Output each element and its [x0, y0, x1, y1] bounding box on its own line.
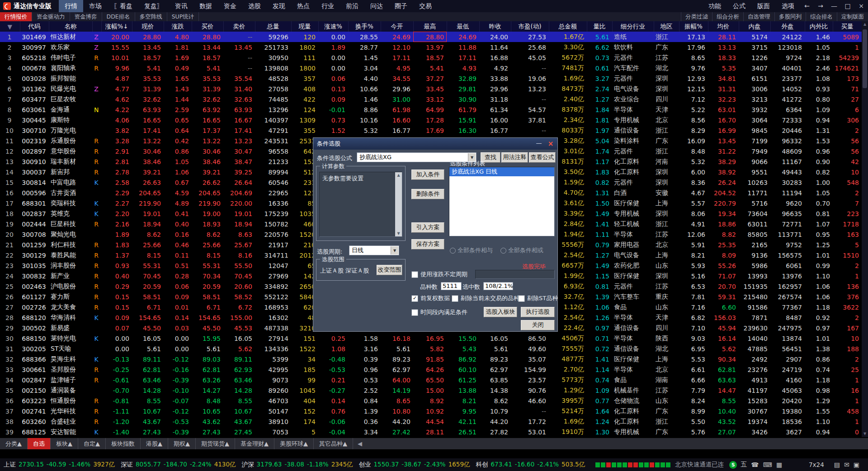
cell-inner-volume[interactable]: 9066: [739, 156, 770, 167]
cell-speed[interactable]: 1.08: [318, 344, 348, 354]
cell-pe[interactable]: --: [511, 406, 549, 416]
column-header-inner-outer-ratio[interactable]: 内外比: [805, 21, 833, 32]
cell-change[interactable]: 0.28: [164, 271, 192, 281]
execute-pick-button[interactable]: 执行选股: [521, 307, 555, 317]
cell-inner-volume[interactable]: 41197: [739, 385, 770, 396]
cell-amount[interactable]: 5672万: [549, 52, 587, 63]
cell-buy-volume[interactable]: 54239: [833, 52, 862, 63]
cell-buy-volume[interactable]: 163: [833, 229, 862, 240]
cell-outer-volume[interactable]: 8487: [770, 312, 805, 323]
cell-inner-outer-ratio[interactable]: 1.06: [805, 292, 833, 302]
cell-pe[interactable]: 45.05: [511, 52, 549, 63]
column-header-amplitude[interactable]: 振幅%: [679, 21, 708, 32]
cell-industry[interactable]: 半导体: [612, 333, 654, 344]
cell-code[interactable]: 300710: [20, 125, 49, 136]
cell-name[interactable]: 恒通股份: [49, 396, 92, 406]
cell-prev-close[interactable]: 16.88: [479, 52, 511, 63]
cell-pe[interactable]: 23.57: [511, 375, 549, 385]
cell-region[interactable]: 四川: [654, 94, 679, 104]
column-header-low[interactable]: 最低: [447, 21, 479, 32]
cell-volume[interactable]: 16302: [255, 312, 291, 323]
menu-item[interactable]: 版面: [751, 0, 776, 12]
cell-region[interactable]: 上海: [654, 354, 679, 364]
cell-name[interactable]: 聚灿光电: [49, 229, 92, 240]
cell-speed[interactable]: 0.25: [318, 333, 348, 344]
cell-outer-volume[interactable]: 49443: [770, 167, 805, 177]
cell-turnover[interactable]: 3.34: [348, 427, 381, 437]
cell-avg-price[interactable]: 63.63: [708, 375, 739, 385]
cell-buy-volume[interactable]: 1: [833, 271, 862, 281]
cell-industry[interactable]: 软饮料: [612, 42, 654, 52]
cell-buy-price[interactable]: 63.92: [192, 104, 223, 115]
cell-amplitude[interactable]: 6.61: [679, 364, 708, 375]
statusbar-icon[interactable]: ✉: [844, 461, 849, 468]
cell-region[interactable]: 广东: [654, 42, 679, 52]
cell-sell-price[interactable]: 220.00: [223, 198, 255, 208]
cell-buy-price[interactable]: 8.15: [192, 250, 223, 260]
cell-avg-price[interactable]: 8.82: [708, 229, 739, 240]
cell-price[interactable]: 5.61: [132, 344, 164, 354]
cell-price[interactable]: 31.39: [132, 84, 164, 94]
cell-current-volume[interactable]: 185: [291, 364, 318, 375]
cell-inner-outer-ratio[interactable]: 1.01: [805, 250, 833, 260]
cell-index[interactable]: 9: [0, 115, 20, 125]
column-header-sell-price[interactable]: 卖价: [223, 21, 255, 32]
cell-open[interactable]: 4.95: [381, 63, 413, 73]
cell-industry[interactable]: 半导体: [612, 104, 654, 115]
cell-outer-volume[interactable]: 267574: [770, 292, 805, 302]
cell-industry[interactable]: 元器件: [612, 73, 654, 84]
cell-change[interactable]: 0.16: [164, 229, 192, 240]
cell-flag[interactable]: R: [92, 406, 101, 416]
cell-current-volume[interactable]: 99: [291, 375, 318, 385]
scroll-up-icon[interactable]: ▲: [395, 173, 402, 177]
cell-high[interactable]: 91.85: [413, 354, 447, 364]
cell-price[interactable]: 62.81: [132, 364, 164, 375]
cell-avg-price[interactable]: 90.34: [708, 354, 739, 364]
cell-avg-price[interactable]: 27.07: [708, 427, 739, 437]
cell-volume[interactable]: 21233: [255, 156, 291, 167]
cell-flag[interactable]: [92, 229, 101, 240]
cell-price[interactable]: 63.93: [132, 104, 164, 115]
cell-volume-ratio[interactable]: 0.79: [587, 240, 612, 250]
cell-amplitude[interactable]: 7.10: [679, 323, 708, 333]
cell-name[interactable]: 新产业: [49, 271, 92, 281]
cell-buy-price[interactable]: 8.48: [192, 396, 223, 406]
cell-amplitude[interactable]: 6.66: [679, 375, 708, 385]
scrollbar-thumb[interactable]: [863, 29, 867, 88]
cell-current-volume[interactable]: 422: [291, 94, 318, 104]
column-header-speed[interactable]: 涨速%: [318, 21, 348, 32]
cell-industry[interactable]: 化工原料: [612, 416, 654, 427]
cell-open[interactable]: 62.97: [381, 364, 413, 375]
cell-speed[interactable]: 0.14: [318, 396, 348, 406]
cell-change[interactable]: 0.00: [164, 333, 192, 344]
cell-volume-ratio[interactable]: 1.64: [587, 406, 612, 416]
cell-index[interactable]: 31: [0, 344, 20, 354]
cell-avg-price[interactable]: 5.35: [708, 63, 739, 73]
cell-name[interactable]: 泰胜风能: [49, 250, 92, 260]
cell-industry[interactable]: 电气设备: [612, 250, 654, 260]
cell-code[interactable]: 688301: [20, 198, 49, 208]
cell-prev-close[interactable]: 29.96: [479, 84, 511, 94]
cell-volume[interactable]: 175239: [255, 208, 291, 219]
cell-outer-volume[interactable]: 24122: [770, 32, 805, 42]
cell-volume-ratio[interactable]: 2.74: [587, 84, 612, 94]
cell-inner-outer-ratio[interactable]: 0.82: [805, 167, 833, 177]
cell-flag[interactable]: R: [92, 281, 101, 292]
cell-change[interactable]: 1.43: [164, 84, 192, 94]
table-row[interactable]: 8603061金海通N4.2263.932.5963.9263.93132961…: [0, 104, 862, 115]
cell-index[interactable]: 18: [0, 208, 20, 219]
cell-buy-price[interactable]: 63.26: [192, 375, 223, 385]
cell-flag[interactable]: K: [92, 177, 101, 188]
cell-buy-volume[interactable]: 5: [833, 240, 862, 250]
cell-buy-price[interactable]: 13.22: [192, 136, 223, 146]
cell-name[interactable]: 圣邦股份: [49, 364, 92, 375]
cell-inner-volume[interactable]: 63011: [739, 219, 770, 229]
cell-volume[interactable]: 38910: [255, 416, 291, 427]
cell-code[interactable]: 603061: [20, 104, 49, 115]
cell-name[interactable]: 新宙邦: [49, 167, 92, 177]
cell-inner-volume[interactable]: 11771: [739, 188, 770, 198]
cell-volume-ratio[interactable]: 1.81: [587, 115, 612, 125]
table-row[interactable]: 7603477巨星农牧4.6232.621.4432.6232.63744854…: [0, 94, 862, 104]
cell-sell-price[interactable]: 16.05: [223, 333, 255, 344]
cell-name[interactable]: 英维克: [49, 208, 92, 219]
